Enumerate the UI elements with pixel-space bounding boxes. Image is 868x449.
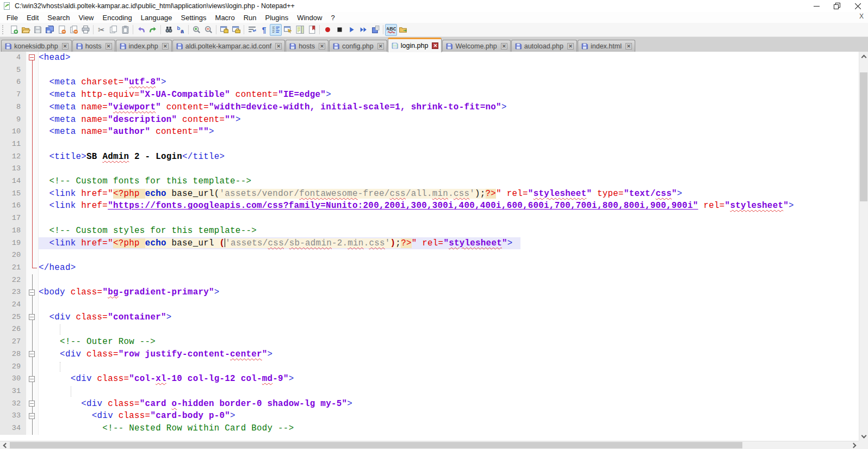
code-line[interactable] (39, 249, 859, 262)
code-line[interactable]: <div class="card o-hidden border-0 shado… (39, 398, 859, 410)
scroll-right-icon[interactable] (850, 441, 859, 449)
undo-button[interactable] (135, 24, 147, 36)
folder-as-workspace-button[interactable] (397, 24, 409, 36)
code-line[interactable] (39, 163, 859, 175)
fold-collapse-icon[interactable] (29, 401, 35, 407)
close-button[interactable] (847, 0, 868, 12)
code-line[interactable]: </head> (39, 262, 859, 274)
restore-button[interactable] (827, 0, 847, 12)
code-line[interactable]: <link href="<?php echo base_url('assets/… (39, 188, 859, 200)
stop-recording-macro-button[interactable] (333, 24, 345, 36)
tab-hosts[interactable]: hosts✕ (286, 40, 328, 52)
redo-button[interactable] (147, 24, 159, 36)
fold-collapse-icon[interactable] (29, 314, 35, 320)
tab-close-icon[interactable]: ✕ (106, 43, 112, 50)
tab-close-icon[interactable]: ✕ (319, 43, 325, 50)
document-map-button[interactable] (294, 24, 306, 36)
tab-close-icon[interactable]: ✕ (567, 43, 574, 50)
code-line[interactable] (39, 323, 859, 336)
print-button[interactable] (79, 24, 91, 36)
save-recorded-macro-button[interactable] (369, 24, 381, 36)
vertical-scrollbar[interactable] (859, 52, 868, 441)
menu-item-file[interactable]: File (2, 13, 22, 23)
menu-item-view[interactable]: View (75, 13, 98, 23)
code-line[interactable]: <div class="row justify-content-center"> (39, 348, 859, 361)
code-line[interactable]: <title>SB Admin 2 - Login</title> (39, 151, 859, 163)
start-recording-macro-button[interactable] (321, 24, 333, 36)
word-wrap-button[interactable] (246, 24, 258, 36)
zoom-in-button[interactable] (190, 24, 202, 36)
code-line[interactable]: <!-- Custom styles for this template--> (39, 225, 859, 237)
scroll-up-icon[interactable] (859, 52, 868, 61)
function-list-button[interactable] (282, 24, 294, 36)
cut-button[interactable]: ✂ (95, 24, 107, 36)
menu-item-language[interactable]: Language (137, 13, 177, 23)
code-area[interactable]: 4<head>56 <meta charset="utf-8">7 <meta … (0, 52, 859, 441)
code-line[interactable]: <!-- Nested Row within Card Body --> (39, 422, 859, 435)
code-line[interactable]: <link href="<?php echo base_url ('assets… (39, 237, 859, 250)
horizontal-scrollbar[interactable] (0, 441, 868, 449)
code-line[interactable]: <meta name="author" content=""> (39, 126, 859, 138)
menu-item-help[interactable]: ? (326, 13, 339, 23)
menubar-close-icon[interactable]: X (859, 13, 864, 20)
code-line[interactable]: <!-- Custom fonts for this template--> (39, 175, 859, 188)
tab-aldi.poltek-kampar.ac.id.conf[interactable]: aldi.poltek-kampar.ac.id.conf✕ (172, 40, 285, 52)
close-all-button[interactable] (67, 24, 79, 36)
code-line[interactable] (39, 64, 859, 77)
run-macro-multiple-times-button[interactable] (357, 24, 369, 36)
editor[interactable]: 4<head>56 <meta charset="utf-8">7 <meta … (0, 52, 868, 441)
code-line[interactable]: <div class="container"> (39, 311, 859, 324)
code-line[interactable]: <div class="card-body p-0"> (39, 410, 859, 422)
menu-item-search[interactable]: Search (43, 13, 74, 23)
code-line[interactable] (39, 138, 859, 151)
tab-close-icon[interactable]: ✕ (275, 43, 282, 50)
code-line[interactable] (39, 274, 859, 287)
code-line[interactable] (39, 385, 859, 398)
menu-item-encoding[interactable]: Encoding (98, 13, 137, 23)
fold-margin-cell[interactable] (26, 398, 39, 410)
scroll-down-icon[interactable] (859, 432, 868, 441)
code-line[interactable]: <meta name="description" content=""> (39, 114, 859, 126)
fold-collapse-icon[interactable] (29, 290, 35, 296)
fold-collapse-icon[interactable] (29, 413, 35, 419)
fold-margin-cell[interactable] (26, 311, 39, 324)
fold-margin-cell[interactable] (26, 348, 39, 361)
show-all-characters-button[interactable]: ¶ (258, 24, 270, 36)
scroll-left-icon[interactable] (0, 441, 9, 449)
find-button[interactable] (163, 24, 175, 36)
tab-close-icon[interactable]: ✕ (625, 43, 632, 50)
playback-macro-button[interactable] (345, 24, 357, 36)
tab-close-icon[interactable]: ✕ (62, 43, 69, 50)
code-line[interactable]: <link href="https://fonts.googleapis.com… (39, 200, 859, 212)
tab-login.php[interactable]: login.php✕ (388, 38, 442, 52)
zoom-out-button[interactable] (202, 24, 214, 36)
document-switcher-button[interactable] (306, 24, 318, 36)
code-line[interactable] (39, 361, 859, 373)
tab-hosts[interactable]: hosts✕ (72, 40, 115, 52)
fold-collapse-icon[interactable] (29, 54, 35, 60)
paste-button[interactable] (119, 24, 131, 36)
close-file-button[interactable] (55, 24, 67, 36)
fold-margin-cell[interactable] (26, 286, 39, 299)
tab-close-icon[interactable]: ✕ (377, 43, 384, 50)
tab-config.php[interactable]: config.php✕ (329, 40, 387, 52)
sync-vertical-scrolling-button[interactable] (218, 24, 230, 36)
menu-item-window[interactable]: Window (293, 13, 326, 23)
copy-button[interactable] (107, 24, 119, 36)
code-line[interactable]: <meta http-equiv="X-UA-Compatible" conte… (39, 89, 859, 101)
code-line[interactable] (39, 212, 859, 225)
code-line[interactable]: <meta name="viewport" content="width=dev… (39, 101, 859, 114)
menu-item-run[interactable]: Run (239, 13, 261, 23)
fold-margin-cell[interactable] (26, 52, 39, 64)
spell-check-document-button[interactable]: ABC (385, 24, 397, 36)
fold-collapse-icon[interactable] (29, 376, 35, 382)
code-line[interactable] (39, 299, 859, 311)
fold-margin-cell[interactable] (26, 373, 39, 385)
fold-margin-cell[interactable] (26, 410, 39, 422)
code-line[interactable]: <body class="bg-gradient-primary"> (39, 286, 859, 299)
tab-close-icon[interactable]: ✕ (162, 43, 169, 50)
show-indent-guide-button[interactable] (270, 24, 282, 36)
menu-item-macro[interactable]: Macro (211, 13, 239, 23)
code-line[interactable]: <!-- Outer Row --> (39, 336, 859, 348)
menu-item-plugins[interactable]: Plugins (261, 13, 293, 23)
